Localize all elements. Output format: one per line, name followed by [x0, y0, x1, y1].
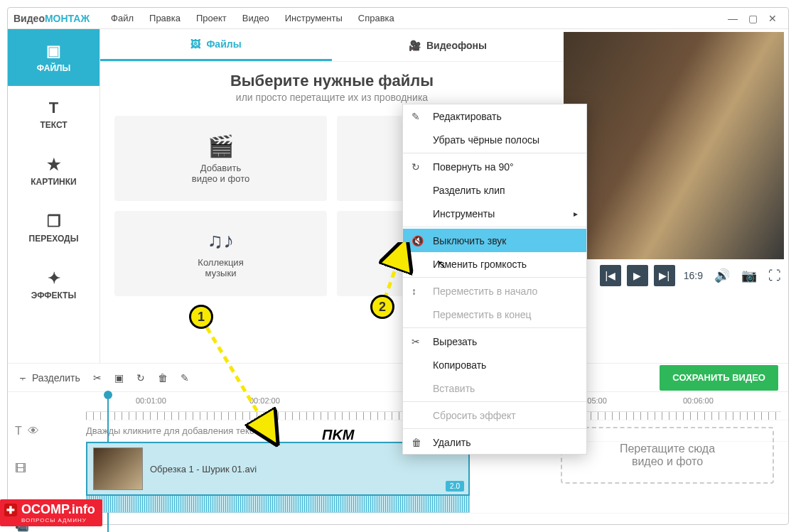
menu-bar: Файл Правка Проект Видео Инструменты Спр… — [111, 13, 394, 23]
ctx-moveend: Переместить в конец — [403, 303, 586, 326]
music-icon: ♫♪ — [208, 229, 235, 253]
eye-icon[interactable]: 👁 — [28, 425, 39, 438]
tool-rotate[interactable]: ↻ — [136, 372, 145, 384]
ctx-delete[interactable]: 🗑Удалить — [403, 430, 586, 454]
sidebar-text[interactable]: TТЕКСТ — [8, 86, 100, 143]
prev-button[interactable]: |◀ — [600, 265, 621, 286]
clip-name: Обрезка 1 - Шурик 01.avi — [150, 464, 257, 474]
tool-edit[interactable]: ✎ — [181, 372, 189, 384]
card-add-media[interactable]: 🎬 Добавитьвидео и фото — [114, 116, 327, 201]
fullscreen-icon[interactable]: ⛶ — [765, 268, 784, 283]
ctx-reset: Сбросить эффект — [403, 403, 586, 427]
mute-icon: 🔇 — [412, 235, 424, 246]
tool-delete[interactable]: 🗑 — [158, 372, 168, 384]
tab-videobg[interactable]: 🎥Видеофоны — [332, 29, 564, 61]
ctx-split[interactable]: Разделить клип — [403, 178, 586, 202]
ctx-cut[interactable]: ✂Вырезать — [403, 330, 586, 353]
track-camera[interactable]: 📹 — [86, 513, 788, 532]
ctx-mute[interactable]: 🔇Выключить звук — [403, 229, 586, 252]
context-menu: ✎Редактировать Убрать чёрные полосы ↻Пов… — [402, 104, 587, 455]
picture-icon: 🖼 — [190, 38, 200, 50]
aspect-ratio[interactable]: 16:9 — [681, 270, 706, 281]
ctx-rotate[interactable]: ↻Повернуть на 90° — [403, 155, 586, 178]
next-button[interactable]: ▶| — [654, 265, 675, 286]
trash-icon: 🗑 — [412, 437, 421, 448]
wand-icon: ✦ — [48, 269, 60, 288]
ctx-paste: Вставить — [403, 376, 586, 400]
left-sidebar: ▣ФАЙЛЫ TТЕКСТ ★КАРТИНКИ ❐ПЕРЕХОДЫ ✦ЭФФЕК… — [8, 29, 100, 363]
play-button[interactable]: ▶ — [627, 265, 648, 286]
close-button[interactable]: ✕ — [763, 11, 782, 26]
time-marker: 00:01:00 — [136, 396, 166, 405]
ctx-volume[interactable]: Изменить громкость — [403, 252, 586, 276]
watermark-badge: OCOMP.info ВОПРОСЫ АДМИНУ — [0, 499, 102, 526]
ctx-copy[interactable]: Копировать — [403, 353, 586, 376]
sidebar-pictures[interactable]: ★КАРТИНКИ — [8, 143, 100, 200]
rotate-icon: ↻ — [412, 161, 420, 173]
ctx-tools[interactable]: Инструменты▸ — [403, 202, 586, 225]
pencil-icon: ✎ — [412, 111, 420, 122]
sidebar-files[interactable]: ▣ФАЙЛЫ — [8, 29, 100, 86]
time-marker: 00:06:00 — [683, 396, 714, 405]
film-icon: 🎬 — [208, 134, 234, 158]
ctx-movestart: ↕Переместить в начало — [403, 279, 586, 303]
tool-crop[interactable]: ▣ — [114, 372, 124, 384]
menu-tools[interactable]: Инструменты — [285, 13, 343, 23]
image-icon: ▣ — [46, 42, 61, 60]
tab-files[interactable]: 🖼Файлы — [100, 29, 332, 61]
app-logo: ВидеоМОНТАЖ — [14, 13, 90, 24]
move-icon: ↕ — [412, 286, 416, 297]
save-video-button[interactable]: СОХРАНИТЬ ВИДЕО — [660, 365, 778, 391]
annotation-bubble-1: 1 — [189, 305, 213, 329]
text-track-prompt: Дважды кликните для добавления текста — [86, 425, 263, 436]
split-icon: ⫟ — [18, 372, 28, 384]
submenu-arrow-icon: ▸ — [574, 209, 578, 219]
camera-icon: 🎥 — [409, 40, 421, 51]
tool-split[interactable]: ⫟Разделить — [18, 372, 80, 384]
menu-edit[interactable]: Правка — [149, 13, 181, 23]
tool-cut[interactable]: ✂ — [93, 372, 102, 384]
layers-icon: ❐ — [47, 212, 61, 231]
ctx-edit[interactable]: ✎Редактировать — [403, 104, 586, 128]
volume-icon[interactable]: 🔊 — [711, 268, 733, 283]
video-track-icon: 🎞 — [15, 462, 26, 475]
drop-zone[interactable]: Перетащите сюда видео и фото — [561, 427, 774, 484]
snapshot-icon[interactable]: 📷 — [738, 268, 760, 283]
intro-sub: или просто перетащите их из проводника — [100, 92, 564, 103]
star-icon: ★ — [47, 156, 61, 174]
clip-waveform — [86, 496, 470, 513]
menu-file[interactable]: Файл — [111, 13, 134, 23]
clip-thumbnail — [93, 447, 143, 490]
sidebar-effects[interactable]: ✦ЭФФЕКТЫ — [8, 256, 100, 313]
video-preview[interactable] — [564, 32, 784, 259]
menu-help[interactable]: Справка — [358, 13, 394, 23]
text-track-icon: T — [15, 425, 22, 438]
card-music[interactable]: ♫♪ Коллекциямузыки — [114, 211, 327, 296]
scissors-icon: ✂ — [412, 336, 420, 347]
menu-project[interactable]: Проект — [196, 13, 227, 23]
annotation-overlay-text: ПKM — [322, 427, 355, 443]
sidebar-transitions[interactable]: ❐ПЕРЕХОДЫ — [8, 200, 100, 256]
text-icon: T — [49, 99, 58, 117]
ctx-blackbars[interactable]: Убрать чёрные полосы — [403, 128, 586, 151]
annotation-bubble-2: 2 — [370, 295, 394, 319]
menu-video[interactable]: Видео — [242, 13, 269, 23]
minimize-button[interactable]: ― — [723, 11, 743, 26]
intro-heading: Выберите нужные файлы — [100, 72, 564, 90]
timeline-toolbar: ⫟Разделить ✂ ▣ ↻ 🗑 ✎ СОХРАНИТЬ ВИДЕО — [8, 363, 788, 391]
time-marker: 00:02:00 — [249, 396, 280, 405]
clip-speed-badge: 2.0 — [446, 481, 464, 492]
maximize-button[interactable]: ▢ — [743, 11, 763, 26]
